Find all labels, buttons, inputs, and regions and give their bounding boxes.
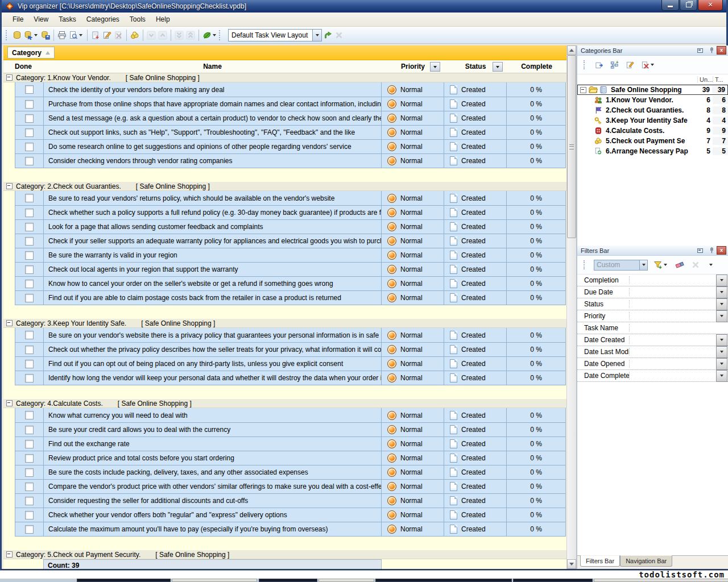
filter-dropdown-button[interactable] [716,334,727,346]
delete-filter-button[interactable] [690,259,701,272]
task-name-cell[interactable]: Do some research online to get suggestio… [44,140,382,153]
done-checkbox[interactable] [25,157,34,165]
vertical-scrollbar[interactable] [566,45,576,569]
filter-value[interactable] [630,370,716,381]
tree-item-root[interactable]: Safe Online Shopping3939 [577,85,728,95]
done-checkbox[interactable] [25,483,34,491]
open-database-button[interactable] [23,28,40,41]
collapse-minus-icon[interactable] [6,551,13,558]
done-checkbox[interactable] [25,128,34,137]
status-cell[interactable]: Created [444,451,507,465]
filter-value[interactable] [630,346,716,357]
done-checkbox[interactable] [25,237,34,246]
priority-cell[interactable]: Normal [382,234,444,248]
done-checkbox[interactable] [25,280,34,288]
priority-cell[interactable]: Normal [382,97,444,111]
panel-close-button[interactable]: x [717,246,726,255]
task-row[interactable]: Check out support links, such as "Help",… [15,125,565,139]
filter-value[interactable] [630,310,716,322]
column-header-status[interactable]: Status [444,60,507,73]
done-checkbox[interactable] [25,223,34,231]
done-checkbox[interactable] [25,426,34,434]
tree-item-category[interactable]: 2.Check out Guaranties.88 [577,105,728,115]
status-cell[interactable]: Created [444,234,507,248]
task-name-cell[interactable]: Check out whether the privacy policy des… [44,343,382,356]
task-name-cell[interactable]: Purchase from those online shops that ha… [44,97,382,111]
new-database-button[interactable] [11,28,23,41]
status-cell[interactable]: Created [444,408,507,422]
undone-column-header[interactable]: Un... [697,76,713,83]
task-name-cell[interactable]: Check out support links, such as "Help",… [44,126,382,139]
task-name-cell[interactable]: Know how to cancel your order on the sel… [44,277,382,290]
task-row[interactable]: Check whether such a policy supports a f… [15,205,565,219]
remove-layout-button[interactable] [333,28,345,41]
filter-dropdown-button[interactable] [716,358,727,370]
filter-value[interactable] [630,358,716,369]
priority-cell[interactable]: Normal [382,437,444,451]
total-column-header[interactable]: T... [713,76,728,83]
panel-close-button[interactable]: x [717,46,726,55]
task-row[interactable]: Check the identity of your vendors befor… [15,82,565,97]
task-name-cell[interactable]: Consider checking vendors through vendor… [44,154,382,168]
status-cell[interactable]: Created [444,328,507,342]
add-category-button[interactable] [594,59,605,72]
status-filter-button[interactable] [493,62,503,72]
panel-restore-button[interactable] [695,46,705,55]
scroll-down-button[interactable] [567,559,576,569]
done-checkbox[interactable] [25,100,34,109]
done-checkbox[interactable] [25,209,34,217]
edit-category-button[interactable] [624,59,635,72]
menu-view[interactable]: View [28,14,53,25]
tree-item-category[interactable]: 6.Arrange Necessary Pap55 [577,146,728,156]
print-preview-button[interactable] [68,28,85,41]
status-cell[interactable]: Created [444,480,507,493]
priority-cell[interactable]: Normal [382,451,444,465]
print-button[interactable] [56,28,68,41]
group-field-chip[interactable]: Category [7,47,55,59]
category-group-row[interactable]: Category: 5.Check out Payment Security.[… [3,550,566,559]
close-button[interactable]: ✕ [698,0,723,11]
done-checkbox[interactable] [25,294,34,302]
task-name-cell[interactable]: Send a test message (e.g. ask a question… [44,111,382,125]
task-view-button[interactable] [201,28,218,41]
priority-cell[interactable]: Normal [382,263,444,276]
minimize-button[interactable] [661,0,679,11]
status-cell[interactable]: Created [444,277,507,290]
filter-value[interactable] [630,322,728,334]
collapse-minus-icon[interactable] [6,400,13,406]
task-row[interactable]: Send a test message (e.g. ask a question… [15,111,565,125]
priority-cell[interactable]: Normal [382,480,444,493]
status-cell[interactable]: Created [444,437,507,451]
panel-pin-icon[interactable] [706,46,717,55]
task-row[interactable]: Compare the vendor's product price with … [15,479,565,493]
done-checkbox[interactable] [25,251,34,260]
task-row[interactable]: Be sure on your vendor's website there i… [15,328,565,342]
status-cell[interactable]: Created [444,357,507,371]
column-header-complete[interactable]: Complete [507,60,566,73]
column-header-done[interactable]: Done [3,60,43,73]
delete-task-button[interactable] [113,28,124,41]
priority-cell[interactable]: Normal [382,371,444,385]
priority-cell[interactable]: Normal [382,494,444,508]
priority-cell[interactable]: Normal [382,522,444,536]
task-row[interactable]: Know what currency you will need to deal… [15,408,565,422]
priority-cell[interactable]: Normal [382,328,444,342]
done-checkbox[interactable] [25,497,34,505]
menu-categories[interactable]: Categories [81,14,125,25]
task-row[interactable]: Do some research online to get suggestio… [15,139,565,153]
task-name-cell[interactable]: Check whether such a policy supports a f… [44,206,382,219]
status-cell[interactable]: Created [444,263,507,276]
task-row[interactable]: Find out the exchange rateNormalCreated0… [15,436,565,451]
category-group-row[interactable]: Category: 4.Calculate Costs.[ Safe Onlin… [3,399,566,408]
task-name-cell[interactable]: Be sure to read your vendors' returns po… [44,191,382,205]
filter-dropdown-button[interactable] [716,346,727,358]
task-row[interactable]: Check out whether the privacy policy des… [15,342,565,356]
save-database-button[interactable] [40,28,51,41]
task-name-cell[interactable]: Find out if you can opt out of being pla… [44,357,382,371]
priority-cell[interactable]: Normal [382,357,444,371]
move-up-button[interactable] [157,28,168,41]
status-cell[interactable]: Created [444,220,507,234]
priority-cell[interactable]: Normal [382,220,444,234]
task-name-cell[interactable]: Be sure on your vendor's website there i… [44,328,382,342]
task-name-cell[interactable]: Find out if you are able to claim postag… [44,291,382,305]
